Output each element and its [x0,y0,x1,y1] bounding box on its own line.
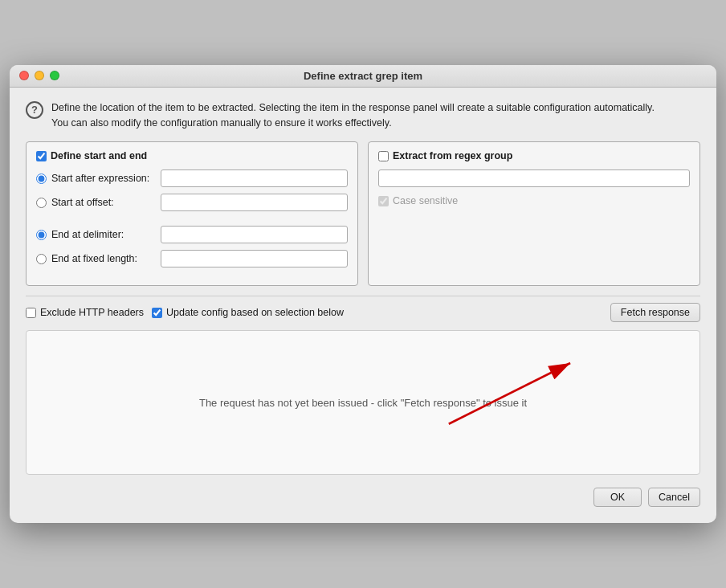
titlebar: Define extract grep item [10,65,716,88]
extract-regex-group-input[interactable] [378,151,389,161]
case-sensitive-input[interactable] [378,196,389,206]
ok-cancel-row: OK Cancel [26,484,700,507]
end-at-fixed-length-row: End at fixed length: [36,250,348,267]
right-panel: Extract from regex group Case sensitive [368,141,700,286]
ok-button[interactable]: OK [593,488,642,507]
panels-row: Define start and end Start after express… [26,141,700,286]
end-at-fixed-length-input[interactable] [161,250,348,267]
end-at-delimiter-label: End at delimiter: [51,229,156,240]
start-at-offset-label: Start at offset: [51,197,156,208]
end-at-delimiter-radio[interactable] [36,230,47,240]
close-button[interactable] [19,71,29,80]
maximize-button[interactable] [50,71,59,80]
end-at-delimiter-row: End at delimiter: [36,226,348,243]
response-area: The request has not yet been issued - cl… [26,330,700,475]
minimize-button[interactable] [35,71,44,80]
window-title: Define extract grep item [304,70,422,82]
start-after-expression-label: Start after expression: [51,173,156,184]
info-text: Define the location of the item to be ex… [51,100,655,131]
update-config-checkbox[interactable]: Update config based on selection below [152,307,344,318]
update-config-input[interactable] [152,308,162,318]
case-sensitive-checkbox[interactable]: Case sensitive [378,195,690,206]
define-start-end-input[interactable] [36,151,47,161]
fetch-response-button[interactable]: Fetch response [610,303,700,322]
left-panel: Define start and end Start after express… [26,141,358,286]
end-at-fixed-length-label: End at fixed length: [51,253,156,264]
start-at-offset-row: Start at offset: [36,194,348,211]
window-content: ? Define the location of the item to be … [10,88,716,524]
start-after-expression-input[interactable] [161,169,348,187]
cancel-button[interactable]: Cancel [648,488,700,507]
start-at-offset-input[interactable] [161,194,348,211]
exclude-http-headers-checkbox[interactable]: Exclude HTTP headers [26,307,144,318]
bottom-bar-left: Exclude HTTP headers Update config based… [26,307,602,318]
end-at-delimiter-input[interactable] [161,226,348,243]
main-window: Define extract grep item ? Define the lo… [10,65,716,524]
info-row: ? Define the location of the item to be … [26,100,700,131]
bottom-bar: Exclude HTTP headers Update config based… [26,296,700,330]
info-icon: ? [26,101,43,119]
start-at-offset-radio[interactable] [36,198,47,208]
regex-group-input[interactable] [378,169,690,187]
start-after-expression-row: Start after expression: [36,169,348,187]
start-after-expression-radio[interactable] [36,174,47,184]
svg-line-1 [449,363,570,424]
define-start-end-checkbox[interactable]: Define start and end [36,150,348,161]
response-placeholder: The request has not yet been issued - cl… [199,397,527,409]
end-at-fixed-length-radio[interactable] [36,254,47,264]
exclude-http-headers-input[interactable] [26,308,36,318]
traffic-lights [19,71,59,80]
extract-regex-group-checkbox[interactable]: Extract from regex group [378,150,690,161]
